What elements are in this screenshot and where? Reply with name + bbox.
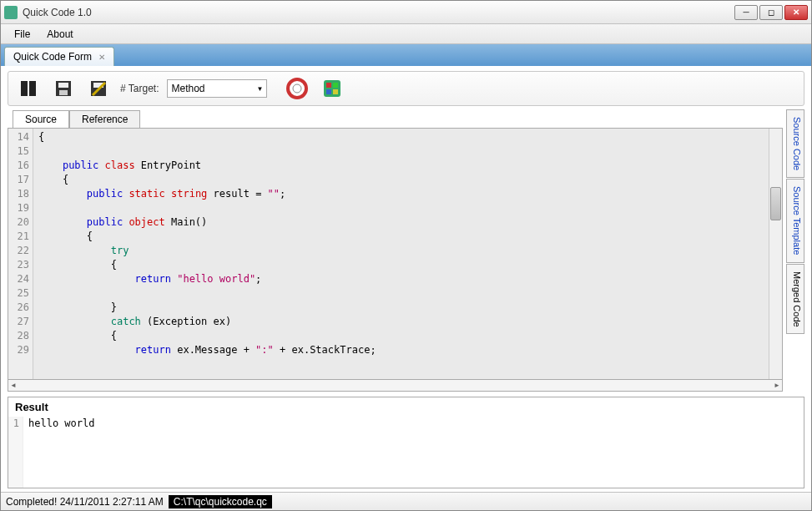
- close-button[interactable]: ✕: [784, 5, 808, 20]
- document-tab[interactable]: Quick Code Form ✕: [4, 47, 114, 66]
- statusbar: Completed! 24/11/2011 2:27:11 AM C:\T\qc…: [1, 492, 811, 510]
- result-panel: Result 1 hello world: [8, 397, 804, 488]
- side-tabs: Source Code Source Template Merged Code: [786, 109, 804, 392]
- minimize-button[interactable]: ─: [734, 5, 758, 20]
- result-body: 1 hello world: [8, 417, 804, 488]
- box-icon: [18, 78, 39, 99]
- svg-rect-3: [58, 83, 68, 88]
- scrollbar-thumb[interactable]: [770, 187, 781, 220]
- target-value: Method: [171, 83, 204, 94]
- svg-rect-12: [333, 83, 338, 88]
- help-button[interactable]: [284, 75, 310, 102]
- titlebar: Quick Code 1.0 ─ ◻ ✕: [1, 1, 811, 24]
- status-message: Completed! 24/11/2011 2:27:11 AM: [6, 496, 164, 508]
- window-controls: ─ ◻ ✕: [734, 5, 808, 20]
- window-title: Quick Code 1.0: [23, 7, 734, 18]
- svg-rect-1: [29, 81, 36, 96]
- maximize-button[interactable]: ◻: [759, 5, 783, 20]
- code-editor[interactable]: 14151617181920212223242526272829 { publi…: [8, 128, 783, 380]
- svg-rect-0: [21, 81, 28, 96]
- side-tab-source-code[interactable]: Source Code: [786, 109, 804, 178]
- horizontal-scrollbar[interactable]: ◄►: [8, 380, 783, 392]
- close-tab-icon[interactable]: ✕: [98, 53, 105, 62]
- menu-file[interactable]: File: [6, 26, 38, 43]
- status-filepath: C:\T\qc\quickcode.qc: [169, 495, 272, 508]
- run-button[interactable]: [319, 75, 345, 102]
- target-label: # Target:: [120, 83, 159, 94]
- edit-button[interactable]: [85, 75, 112, 102]
- result-output: hello world: [23, 417, 99, 488]
- side-tab-source-template[interactable]: Source Template: [786, 179, 804, 262]
- windows-icon: [321, 78, 343, 99]
- new-button[interactable]: [15, 75, 42, 102]
- svg-rect-11: [326, 83, 331, 88]
- toolbar: # Target: Method ▼: [8, 71, 804, 106]
- tab-source[interactable]: Source: [13, 110, 69, 129]
- code-body[interactable]: { public class EntryPoint { public stati…: [33, 129, 769, 379]
- svg-rect-14: [333, 89, 338, 94]
- result-title: Result: [8, 397, 804, 417]
- menubar: File About: [1, 24, 811, 44]
- lifebuoy-icon: [286, 78, 308, 99]
- floppy-icon: [53, 78, 73, 99]
- document-tabbar: Quick Code Form ✕: [1, 44, 811, 66]
- vertical-scrollbar[interactable]: [769, 129, 782, 379]
- code-tabs: Source Reference: [8, 109, 783, 128]
- svg-rect-13: [326, 89, 331, 94]
- pencil-icon: [88, 78, 108, 99]
- menu-about[interactable]: About: [38, 26, 81, 43]
- line-gutter: 14151617181920212223242526272829: [8, 129, 33, 379]
- side-tab-merged-code[interactable]: Merged Code: [786, 264, 804, 335]
- content-area: Source Reference 14151617181920212223242…: [8, 109, 804, 392]
- svg-rect-4: [59, 90, 68, 95]
- main-column: Source Reference 14151617181920212223242…: [8, 109, 783, 392]
- tab-reference[interactable]: Reference: [69, 110, 140, 129]
- save-button[interactable]: [50, 75, 77, 102]
- svg-point-9: [293, 84, 301, 93]
- result-line-gutter: 1: [8, 417, 23, 488]
- target-dropdown[interactable]: Method ▼: [167, 79, 267, 98]
- chevron-down-icon: ▼: [257, 85, 264, 93]
- app-icon: [4, 6, 18, 19]
- document-tab-label: Quick Code Form: [13, 51, 92, 63]
